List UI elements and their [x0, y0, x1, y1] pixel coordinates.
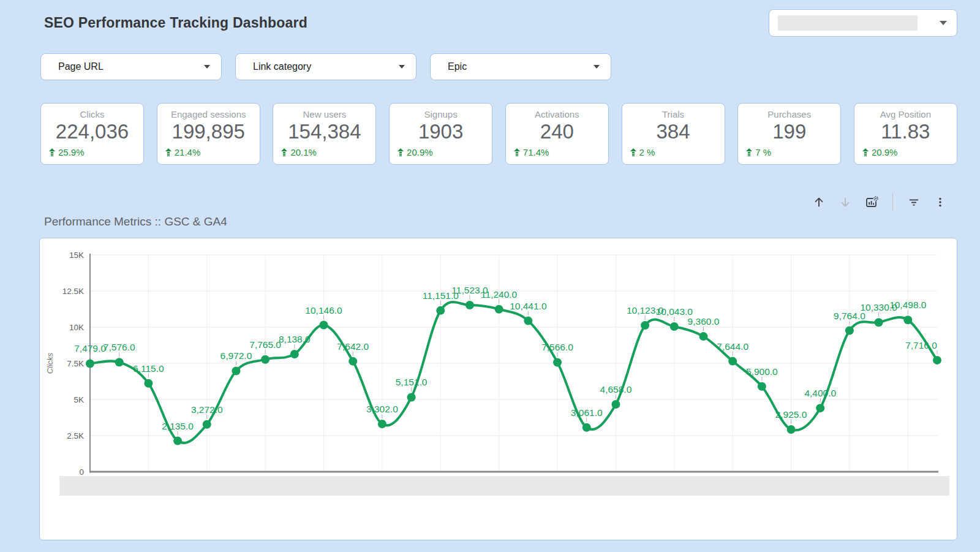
arrow-down-button[interactable]	[837, 194, 853, 210]
arrow-up-icon	[746, 148, 752, 156]
arrow-up-icon	[165, 148, 172, 156]
data-point[interactable]	[699, 332, 707, 341]
data-point[interactable]	[466, 301, 474, 309]
data-point[interactable]	[728, 357, 737, 366]
data-point[interactable]	[670, 322, 679, 331]
arrow-up-icon	[281, 148, 287, 156]
arrow-up-icon	[514, 148, 520, 156]
data-point[interactable]	[845, 327, 854, 335]
kpi-delta: 20.9%	[862, 147, 898, 157]
data-point[interactable]	[203, 420, 211, 429]
data-point-label: 7,566.0	[541, 342, 573, 352]
kpi-value: 199	[772, 120, 806, 143]
data-point-label: 7,642.0	[337, 341, 369, 352]
kpi-scorecards: Clicks 224,036 25.9% Engaged sessions 19…	[40, 103, 957, 165]
data-point[interactable]	[436, 306, 445, 315]
kpi-card-purchases[interactable]: Purchases 199 7 %	[737, 103, 841, 165]
data-point[interactable]	[933, 356, 941, 365]
data-point[interactable]	[86, 359, 94, 368]
data-point[interactable]	[495, 305, 503, 314]
kpi-delta-value: 20.1%	[290, 147, 317, 157]
chart-settings-button[interactable]	[864, 194, 880, 210]
data-point-label: 2,135.0	[162, 421, 194, 431]
kpi-card-clicks[interactable]: Clicks 224,036 25.9%	[40, 103, 144, 165]
filter-chip-epic[interactable]: Epic	[430, 53, 611, 80]
arrow-up-icon	[49, 148, 55, 156]
filter-bar: Page URL Link category Epic	[40, 53, 611, 80]
kpi-value: 1903	[418, 120, 463, 143]
data-point-label: 10,441.0	[510, 301, 547, 311]
data-point-label: 10,043.0	[656, 306, 693, 317]
kpi-label: Activations	[535, 109, 579, 119]
kpi-delta: 25.9%	[49, 147, 85, 157]
data-point-label: 10,498.0	[889, 300, 927, 310]
filter-chip-label: Epic	[448, 61, 467, 72]
data-point[interactable]	[787, 425, 796, 434]
more-options-button[interactable]	[932, 194, 948, 210]
data-point[interactable]	[641, 321, 649, 330]
data-point[interactable]	[378, 420, 386, 428]
arrow-up-button[interactable]	[811, 194, 827, 210]
kpi-card-trials[interactable]: Trials 384 2 %	[622, 103, 725, 165]
data-point-label: 7,644.0	[717, 341, 748, 352]
kpi-label: Engaged sessions	[171, 109, 246, 119]
kpi-card-engaged-sessions[interactable]: Engaged sessions 199,895 21.4%	[157, 103, 260, 165]
filter-chip-page-url[interactable]: Page URL	[40, 53, 222, 80]
kpi-card-activations[interactable]: Activations 240 71.4%	[505, 103, 609, 165]
kpi-delta: 20.1%	[281, 147, 317, 157]
data-point[interactable]	[582, 423, 591, 432]
kpi-delta-value: 20.9%	[407, 147, 433, 157]
kpi-delta-value: 21.4%	[175, 147, 201, 157]
kpi-card-avg-position[interactable]: Avg Position 11.83 20.9%	[854, 103, 957, 165]
data-point[interactable]	[903, 316, 912, 324]
kpi-value: 199,895	[172, 120, 245, 143]
data-point[interactable]	[173, 437, 182, 445]
chevron-down-icon	[594, 65, 600, 69]
data-point-label: 6,115.0	[133, 363, 164, 374]
kpi-delta: 21.4%	[165, 147, 201, 157]
y-tick-label: 7.5K	[67, 359, 84, 368]
kpi-card-signups[interactable]: Signups 1903 20.9%	[389, 103, 492, 165]
data-point-label: 8,138.0	[279, 334, 311, 344]
data-point[interactable]	[349, 357, 357, 366]
toolbar-divider	[892, 194, 894, 211]
kpi-label: Signups	[424, 109, 458, 119]
data-point[interactable]	[407, 393, 416, 401]
x-axis-labels-redacted	[59, 476, 949, 496]
data-point[interactable]	[611, 400, 620, 409]
data-point-label: 11,240.0	[481, 289, 518, 300]
chart-title: Performance Metrics :: GSC & GA4	[44, 215, 227, 229]
y-axis-title: Clicks	[45, 352, 55, 374]
data-point-label: 4,400.0	[804, 388, 836, 398]
data-point[interactable]	[553, 358, 562, 366]
data-point[interactable]	[290, 350, 299, 358]
kpi-label: Avg Position	[880, 109, 931, 119]
filter-chip-label: Link category	[253, 61, 311, 72]
data-point[interactable]	[320, 321, 328, 330]
date-range-value-redacted	[778, 15, 918, 31]
kpi-delta-value: 2 %	[639, 147, 655, 157]
arrow-up-icon	[630, 148, 636, 156]
kpi-delta: 71.4%	[514, 147, 549, 157]
kpi-label: Clicks	[80, 109, 105, 119]
data-point[interactable]	[875, 318, 883, 327]
filter-button[interactable]	[906, 194, 922, 210]
kpi-label: New users	[303, 109, 346, 119]
y-tick-label: 10K	[69, 323, 84, 332]
kpi-delta: 20.9%	[398, 147, 433, 157]
filter-chip-link-category[interactable]: Link category	[235, 53, 417, 80]
data-point[interactable]	[816, 404, 824, 412]
data-point-label: 7,576.0	[104, 342, 135, 352]
date-range-selector[interactable]	[769, 9, 957, 37]
data-point[interactable]	[144, 379, 153, 388]
kpi-delta-value: 71.4%	[523, 147, 549, 157]
data-point[interactable]	[115, 358, 124, 366]
line-chart-canvas: 02.5K5K7.5K10K12.5K15KClicks7,479.07,576…	[40, 239, 956, 539]
data-point[interactable]	[232, 366, 240, 375]
kpi-delta-value: 25.9%	[58, 147, 85, 157]
data-point[interactable]	[524, 317, 532, 325]
data-point[interactable]	[758, 382, 766, 391]
kpi-card-new-users[interactable]: New users 154,384 20.1%	[273, 103, 376, 165]
data-point[interactable]	[261, 355, 270, 364]
performance-chart-panel[interactable]: 02.5K5K7.5K10K12.5K15KClicks7,479.07,576…	[39, 238, 957, 540]
